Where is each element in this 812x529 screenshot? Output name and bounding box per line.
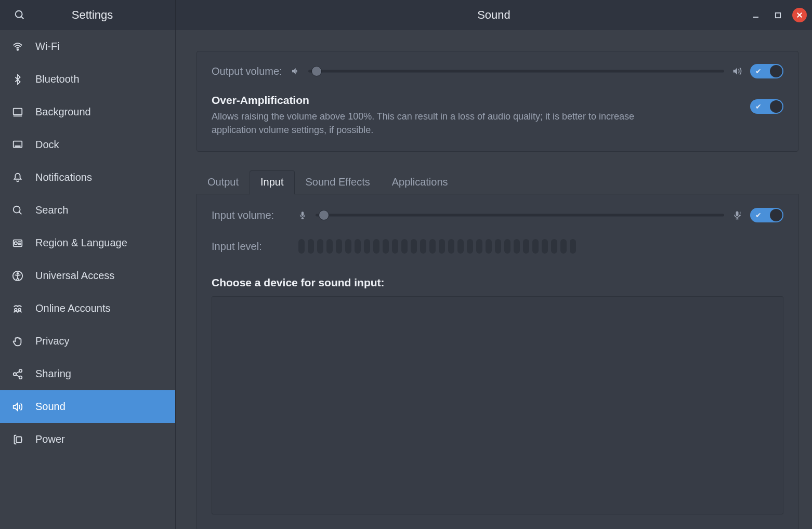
titlebar: Settings Sound <box>0 0 812 30</box>
svg-point-24 <box>19 376 22 379</box>
sidebar-item-bluetooth[interactable]: Bluetooth <box>0 63 175 96</box>
over-amplification-row: Over-Amplification Allows raising the vo… <box>212 94 783 137</box>
check-icon: ✔ <box>755 67 762 75</box>
power-icon <box>11 433 24 446</box>
output-volume-slider[interactable] <box>308 66 724 76</box>
svg-rect-10 <box>15 145 21 147</box>
svg-point-11 <box>14 206 20 213</box>
sidebar-item-label: Bluetooth <box>35 73 80 85</box>
level-bar <box>523 239 529 254</box>
level-bar <box>551 239 557 254</box>
minimize-button[interactable] <box>749 8 763 22</box>
svg-point-21 <box>18 308 21 311</box>
svg-rect-27 <box>736 211 739 216</box>
slider-thumb[interactable] <box>319 210 329 220</box>
globe-icon <box>11 237 24 249</box>
level-bar <box>514 239 520 254</box>
input-level-label: Input level: <box>212 241 262 253</box>
svg-line-12 <box>19 211 22 214</box>
level-bar <box>308 239 314 254</box>
level-bar <box>570 239 576 254</box>
svg-rect-26 <box>302 211 304 216</box>
sidebar-item-power[interactable]: Power <box>0 423 175 456</box>
toggle-knob <box>770 100 782 113</box>
sidebar-item-notifications[interactable]: Notifications <box>0 161 175 194</box>
sidebar-item-label: Online Accounts <box>35 302 111 314</box>
level-bar <box>486 239 492 254</box>
input-level-row: Input level: <box>212 239 783 254</box>
sound-tabs: OutputInputSound EffectsApplications <box>197 170 798 194</box>
level-bar <box>411 239 417 254</box>
sidebar-item-online[interactable]: Online Accounts <box>0 292 175 325</box>
sidebar-item-privacy[interactable]: Privacy <box>0 325 175 358</box>
svg-point-22 <box>14 373 17 376</box>
input-tab-panel: Input volume: ✔ Input level: <box>197 194 798 529</box>
sidebar-item-label: Sound <box>35 401 66 413</box>
search-button[interactable] <box>9 5 30 25</box>
sidebar-item-label: Dock <box>35 139 59 151</box>
tab-applications[interactable]: Applications <box>381 170 459 194</box>
svg-point-23 <box>19 369 22 372</box>
level-bar <box>560 239 567 254</box>
sidebar-item-label: Background <box>35 106 91 118</box>
output-volume-panel: Output volume: ✔ Over-Amplifi <box>197 51 798 152</box>
sidebar-item-sharing[interactable]: Sharing <box>0 358 175 390</box>
toggle-knob <box>770 65 782 77</box>
bell-icon <box>11 171 24 184</box>
accounts-icon <box>11 302 24 315</box>
sidebar-item-sound[interactable]: Sound <box>0 390 175 423</box>
input-volume-slider[interactable] <box>316 210 724 220</box>
level-bar <box>495 239 501 254</box>
sidebar-item-region[interactable]: Region & Language <box>0 227 175 259</box>
input-level-meter <box>298 239 576 254</box>
bluetooth-icon <box>11 73 24 86</box>
page-title: Sound <box>176 8 812 22</box>
sidebar-item-search[interactable]: Search <box>0 194 175 227</box>
level-bar <box>383 239 389 254</box>
minimize-icon <box>752 11 759 19</box>
svg-point-19 <box>17 272 19 274</box>
app-title: Settings <box>30 8 175 22</box>
output-volume-toggle[interactable]: ✔ <box>750 64 783 78</box>
level-bar <box>504 239 510 254</box>
level-bar <box>467 239 473 254</box>
level-bar <box>439 239 445 254</box>
maximize-icon <box>775 12 781 19</box>
sidebar-item-wifi[interactable]: Wi-Fi <box>0 30 175 63</box>
tab-soundeffects[interactable]: Sound Effects <box>295 170 381 194</box>
sidebar-item-label: Region & Language <box>35 237 127 249</box>
level-bar <box>326 239 333 254</box>
level-bar <box>429 239 436 254</box>
sidebar-item-background[interactable]: Background <box>0 96 175 128</box>
output-volume-label: Output volume: <box>212 65 282 77</box>
speaker-high-icon <box>731 65 743 77</box>
level-bar <box>401 239 408 254</box>
over-amplification-desc: Allows raising the volume above 100%. Th… <box>212 110 638 137</box>
sidebar-item-label: Notifications <box>35 171 92 183</box>
over-amplification-title: Over-Amplification <box>212 94 729 107</box>
slider-thumb[interactable] <box>311 66 322 76</box>
input-volume-toggle[interactable]: ✔ <box>750 208 783 222</box>
share-icon <box>11 368 24 380</box>
maximize-button[interactable] <box>770 8 785 22</box>
sidebar-item-universal[interactable]: Universal Access <box>0 259 175 292</box>
search-icon <box>11 204 24 217</box>
level-bar <box>476 239 482 254</box>
sidebar: Wi-FiBluetoothBackgroundDockNotification… <box>0 30 176 529</box>
svg-point-6 <box>17 49 19 50</box>
tab-output[interactable]: Output <box>197 170 250 194</box>
close-icon <box>796 12 803 18</box>
level-bar <box>392 239 398 254</box>
slider-track <box>316 214 724 217</box>
over-amplification-toggle[interactable]: ✔ <box>750 99 783 114</box>
check-icon: ✔ <box>755 102 762 111</box>
toggle-knob <box>770 209 782 221</box>
tab-input[interactable]: Input <box>250 170 294 194</box>
sidebar-item-dock[interactable]: Dock <box>0 128 175 161</box>
input-device-list[interactable] <box>212 296 783 514</box>
close-button[interactable] <box>792 8 807 22</box>
sidebar-item-label: Wi-Fi <box>35 41 60 52</box>
svg-line-1 <box>21 17 24 19</box>
input-volume-label: Input volume: <box>212 209 290 221</box>
level-bar <box>317 239 323 254</box>
